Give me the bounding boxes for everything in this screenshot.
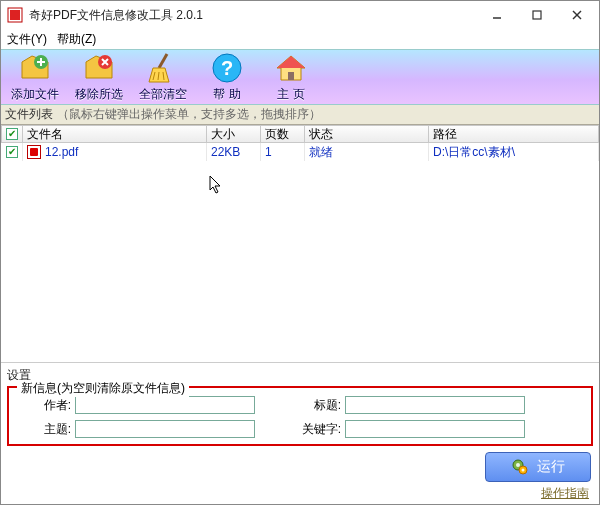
subject-label: 主题: — [15, 421, 75, 438]
home-button[interactable]: 主 页 — [263, 52, 319, 103]
subject-input[interactable] — [75, 420, 255, 438]
row-checkbox[interactable] — [6, 146, 18, 158]
row-status: 就绪 — [305, 143, 429, 161]
menubar: 文件(Y) 帮助(Z) — [1, 29, 599, 49]
close-button[interactable] — [557, 3, 597, 27]
row-filename: 12.pdf — [45, 145, 78, 159]
remove-label: 移除所选 — [71, 86, 127, 103]
col-path[interactable]: 路径 — [429, 125, 599, 143]
clear-label: 全部清空 — [135, 86, 191, 103]
run-label: 运行 — [537, 458, 565, 476]
svg-rect-14 — [288, 72, 294, 80]
row-size: 22KB — [207, 143, 261, 161]
svg-line-8 — [159, 54, 167, 68]
col-size[interactable]: 大小 — [207, 125, 261, 143]
minimize-button[interactable] — [477, 3, 517, 27]
guide-link[interactable]: 操作指南 — [541, 485, 589, 502]
add-file-label: 添加文件 — [7, 86, 63, 103]
svg-text:?: ? — [221, 57, 233, 79]
col-status[interactable]: 状态 — [305, 125, 429, 143]
select-all-checkbox[interactable] — [6, 128, 18, 140]
mouse-cursor-icon — [209, 175, 225, 195]
title-label: 标题: — [285, 397, 345, 414]
table-row[interactable]: 12.pdf 22KB 1 就绪 D:\日常cc\素材\ — [1, 143, 599, 161]
file-list-header: 文件列表 （鼠标右键弹出操作菜单，支持多选，拖拽排序） — [1, 105, 599, 125]
fieldset-legend: 新信息(为空则清除原文件信息) — [17, 380, 189, 397]
remove-icon — [83, 52, 115, 84]
svg-point-16 — [516, 463, 520, 467]
home-label: 主 页 — [263, 86, 319, 103]
author-label: 作者: — [15, 397, 75, 414]
run-button[interactable]: 运行 — [485, 452, 591, 482]
menu-help[interactable]: 帮助(Z) — [57, 31, 96, 48]
pdf-file-icon — [27, 145, 41, 159]
row-pages: 1 — [261, 143, 305, 161]
help-icon: ? — [211, 52, 243, 84]
remove-selected-button[interactable]: 移除所选 — [71, 52, 127, 103]
file-list-title: 文件列表 — [5, 106, 53, 123]
add-file-button[interactable]: 添加文件 — [7, 52, 63, 103]
maximize-button[interactable] — [517, 3, 557, 27]
svg-rect-1 — [10, 10, 20, 20]
svg-rect-3 — [533, 11, 541, 19]
column-headers: 文件名 大小 页数 状态 路径 — [1, 125, 599, 143]
file-list-hint: （鼠标右键弹出操作菜单，支持多选，拖拽排序） — [57, 106, 321, 123]
file-list[interactable]: 12.pdf 22KB 1 就绪 D:\日常cc\素材\ — [1, 143, 599, 363]
broom-icon — [147, 52, 179, 84]
add-file-icon — [19, 52, 51, 84]
clear-all-button[interactable]: 全部清空 — [135, 52, 191, 103]
col-name[interactable]: 文件名 — [23, 125, 207, 143]
toolbar: 添加文件 移除所选 全部清空 ? 帮 助 主 页 — [1, 49, 599, 105]
gear-icon — [511, 458, 529, 476]
col-checkbox[interactable] — [1, 125, 23, 143]
bottom-bar: 运行 — [7, 448, 591, 486]
title-input[interactable] — [345, 396, 525, 414]
author-input[interactable] — [75, 396, 255, 414]
row-path: D:\日常cc\素材\ — [429, 143, 599, 161]
col-pages[interactable]: 页数 — [261, 125, 305, 143]
svg-point-18 — [522, 469, 525, 472]
home-icon — [275, 52, 307, 84]
keywords-input[interactable] — [345, 420, 525, 438]
window-title: 奇好PDF文件信息修改工具 2.0.1 — [29, 7, 477, 24]
app-icon — [7, 7, 23, 23]
titlebar: 奇好PDF文件信息修改工具 2.0.1 — [1, 1, 599, 29]
new-info-fieldset: 新信息(为空则清除原文件信息) 作者: 标题: 主题: 关键字: — [7, 386, 593, 446]
help-label: 帮 助 — [199, 86, 255, 103]
keywords-label: 关键字: — [285, 421, 345, 438]
help-button[interactable]: ? 帮 助 — [199, 52, 255, 103]
menu-file[interactable]: 文件(Y) — [7, 31, 47, 48]
